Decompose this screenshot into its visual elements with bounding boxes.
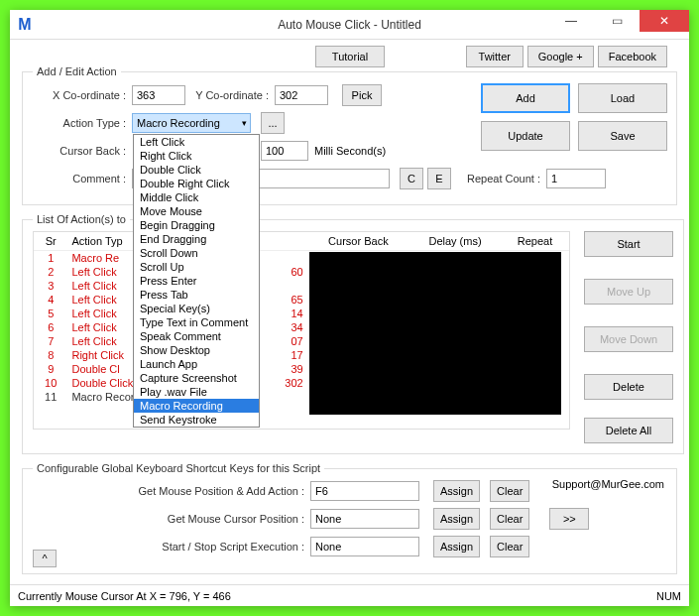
action-type-dropdown[interactable]: Left ClickRight ClickDouble ClickDouble … [133,134,260,428]
add-edit-action-fieldset: Add / Edit Action X Co-ordinate : Y Co-o… [22,65,677,205]
window-buttons: — ▭ ✕ [548,10,689,32]
y-coord-input[interactable] [275,85,328,105]
action-type-more-button[interactable]: ... [261,112,285,134]
cursor-back-label: Cursor Back : [33,145,132,157]
more-button[interactable]: >> [549,508,589,530]
top-links: Twitter Google + Facebook [466,46,667,67]
chevron-down-icon: ▾ [242,118,247,128]
tutorial-button[interactable]: Tutorial [315,46,385,67]
titlebar: M Auto Mouse Click - Untitled — ▭ ✕ [10,10,689,40]
support-link[interactable]: Support@MurGee.com [552,478,664,490]
action-type-option[interactable]: Scroll Up [134,260,259,274]
pick-button[interactable]: Pick [342,84,382,106]
col-sr: Sr [34,232,67,251]
shortcut3-assign[interactable]: Assign [433,536,480,557]
client-area: Twitter Google + Facebook Tutorial Add L… [10,40,689,574]
action-type-option[interactable]: Press Tab [134,288,259,302]
twitter-button[interactable]: Twitter [466,46,524,67]
action-type-label: Action Type : [33,117,132,129]
e-button[interactable]: E [427,168,451,189]
app-icon: M [10,16,40,34]
actions-list-fieldset: List Of Action(s) to Sr Action Typ Curso… [22,213,684,454]
action-type-option[interactable]: Scroll Down [134,246,259,260]
repeat-count-label: Repeat Count : [451,173,546,185]
shortcut2-label: Get Mouse Cursor Position : [33,513,310,525]
shortcut3-input[interactable] [310,537,419,556]
shortcut2-assign[interactable]: Assign [433,508,480,530]
action-type-select[interactable]: Macro Recording ▾ Left ClickRight ClickD… [132,113,251,133]
move-down-button[interactable]: Move Down [584,326,673,352]
delete-all-button[interactable]: Delete All [584,418,673,443]
action-type-option[interactable]: Middle Click [134,190,259,204]
col-delay: Delay (ms) [409,232,501,251]
x-coord-label: X Co-ordinate : [33,89,132,101]
close-button[interactable]: ✕ [640,10,689,32]
action-type-option[interactable]: Send Keystroke [134,413,259,427]
action-type-option[interactable]: Type Text in Comment [134,315,259,329]
action-type-option[interactable]: Show Desktop [134,343,259,357]
action-type-option[interactable]: Press Enter [134,274,259,288]
start-button[interactable]: Start [584,231,673,257]
action-type-option[interactable]: End Dragging [134,232,259,246]
actions-list-legend: List Of Action(s) to [33,213,130,225]
move-up-button[interactable]: Move Up [584,279,673,305]
delay-unit-label: Milli Second(s) [308,145,386,157]
shortcut2-input[interactable] [310,509,419,529]
action-type-option[interactable]: Move Mouse [134,204,259,218]
action-type-option[interactable]: Macro Recording [134,399,259,413]
preview-box [309,252,561,415]
list-side-buttons: Start Move Up Move Down Delete Delete Al… [570,231,673,443]
repeat-count-input[interactable] [546,169,606,188]
shortcuts-legend: Configurable Global Keyboard Shortcut Ke… [33,462,324,474]
status-text: Currently Mouse Cursor At X = 796, Y = 4… [18,590,231,602]
shortcut1-assign[interactable]: Assign [433,480,480,502]
action-type-option[interactable]: Speak Comment [134,329,259,343]
add-edit-legend: Add / Edit Action [33,65,121,77]
action-type-option[interactable]: Double Click [134,163,259,177]
action-type-option[interactable]: Right Click [134,149,259,163]
delay-input[interactable] [261,141,308,161]
shortcut1-label: Get Mouse Position & Add Action : [33,485,310,497]
status-bar: Currently Mouse Cursor At X = 796, Y = 4… [10,584,689,606]
action-type-option[interactable]: Capture Screenshot [134,371,259,385]
shortcuts-fieldset: Configurable Global Keyboard Shortcut Ke… [22,462,677,574]
actions-table-area: Sr Action Typ Cursor Back Delay (ms) Rep… [33,231,570,430]
y-coord-label: Y Co-ordinate : [185,89,275,101]
collapse-button[interactable]: ^ [33,550,57,567]
action-type-value: Macro Recording [137,117,220,129]
action-type-option[interactable]: Left Click [134,135,259,149]
action-type-option[interactable]: Begin Dragging [134,218,259,232]
col-repeat: Repeat [501,232,569,251]
minimize-button[interactable]: — [548,10,594,32]
action-type-option[interactable]: Special Key(s) [134,302,259,315]
google-button[interactable]: Google + [527,46,594,67]
delete-button[interactable]: Delete [584,374,673,400]
status-num: NUM [656,590,681,602]
maximize-button[interactable]: ▭ [594,10,640,32]
app-window: M Auto Mouse Click - Untitled — ▭ ✕ Twit… [10,10,689,606]
action-type-option[interactable]: Play .wav File [134,385,259,399]
facebook-button[interactable]: Facebook [598,46,667,67]
action-type-option[interactable]: Launch App [134,357,259,371]
shortcut1-clear[interactable]: Clear [490,480,529,502]
shortcut3-label: Start / Stop Script Execution : [33,541,310,553]
c-button[interactable]: C [400,168,423,189]
shortcut2-clear[interactable]: Clear [490,508,529,530]
shortcut1-input[interactable] [310,481,419,501]
col-cursor: Cursor Back [307,232,409,251]
action-type-option[interactable]: Double Right Click [134,177,259,190]
comment-label: Comment : [33,173,132,185]
shortcut3-clear[interactable]: Clear [490,536,529,557]
x-coord-input[interactable] [132,85,185,105]
